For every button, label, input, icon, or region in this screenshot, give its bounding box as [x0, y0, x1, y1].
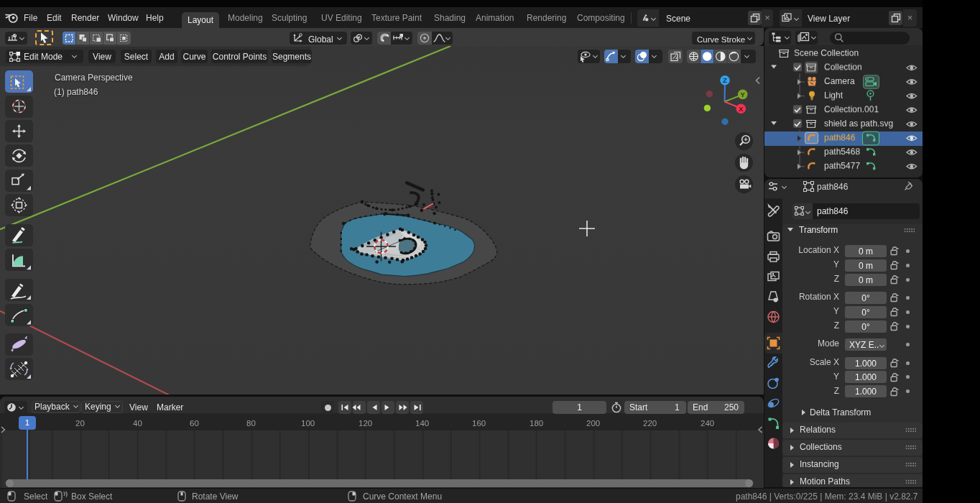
svg-text:X: X: [739, 105, 744, 113]
svg-text:Y: Y: [741, 91, 746, 98]
svg-text:Z: Z: [723, 76, 727, 84]
